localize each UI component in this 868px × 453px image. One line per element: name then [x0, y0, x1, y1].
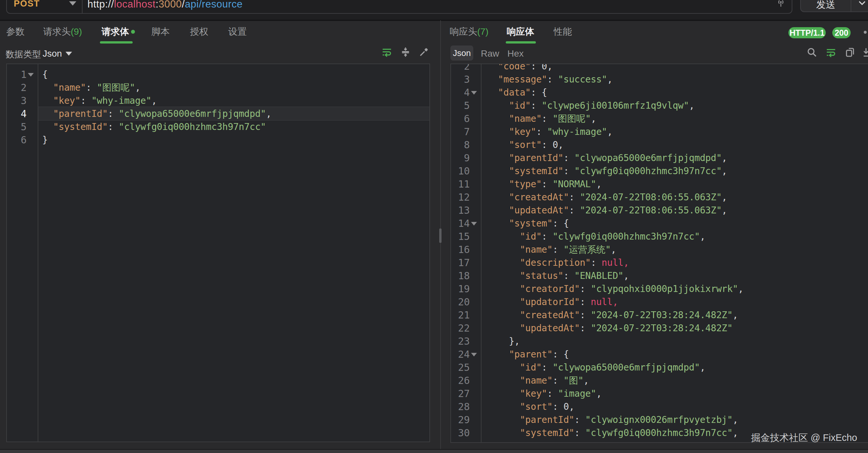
- copy-icon[interactable]: [844, 47, 856, 58]
- code-line: "id": "clywpe6ji00106mrfz1q9vlqw",: [482, 99, 868, 112]
- format-tab-json[interactable]: Json: [451, 45, 473, 61]
- request-tab[interactable]: 参数: [6, 26, 25, 38]
- api-client-window: POST http://localhost:3000/api/resource …: [0, 0, 868, 453]
- code-line: "id": "clywopa65000e6mrfjpjqmdpd",: [482, 361, 868, 374]
- url-part-plain: http://: [88, 0, 114, 10]
- fold-arrow-icon[interactable]: [471, 91, 477, 95]
- line-number: 26: [451, 374, 481, 387]
- format-tab-hex[interactable]: Hex: [507, 48, 524, 59]
- line-number: 8: [451, 138, 481, 152]
- broadcast-icon[interactable]: [776, 0, 786, 8]
- code-line: "data": {: [482, 86, 868, 99]
- code-line: "updatedAt": "2024-07-22T03:28:24.482Z": [482, 322, 868, 335]
- code-line: "message": "success",: [482, 73, 868, 86]
- line-number: 28: [451, 400, 481, 413]
- request-tab[interactable]: 请求头(9): [43, 26, 82, 38]
- download-icon[interactable]: [863, 47, 868, 58]
- response-tab[interactable]: 响应头(7): [450, 26, 488, 38]
- line-number: 5: [451, 99, 481, 112]
- tab-count-badge: (7): [477, 27, 488, 37]
- datatype-caret-icon[interactable]: [65, 52, 72, 56]
- more-options-icon[interactable]: [864, 31, 868, 34]
- code-line: },: [482, 335, 868, 348]
- line-number: 3: [7, 94, 38, 107]
- word-wrap-icon[interactable]: [381, 46, 393, 58]
- bottom-status-bar: [0, 449, 868, 453]
- code-line: "code": 0,: [482, 64, 868, 73]
- line-number-gutter: 2345678910111213141516171819202122232425…: [451, 64, 482, 442]
- line-number-gutter: 123456: [7, 64, 38, 442]
- code-line: "name": "运营系统",: [482, 243, 868, 256]
- active-tab-underline: [506, 41, 536, 43]
- fold-arrow-icon[interactable]: [471, 353, 477, 356]
- code-line: "updatedAt": "2024-07-22T08:06:55.063Z",: [482, 204, 868, 217]
- line-number: 6: [451, 112, 481, 125]
- line-number: 18: [451, 269, 481, 283]
- request-tab[interactable]: 脚本: [151, 26, 170, 38]
- code-line: "key": "why-image",: [482, 125, 868, 138]
- request-body-editor[interactable]: 123456{ "name": "图图呢", "key": "why-image…: [6, 64, 430, 442]
- code-line: "systemId": "clywfg0iq000hzhmc3h97n7cc": [38, 121, 429, 134]
- url-part-port: 3000: [158, 0, 182, 10]
- search-icon[interactable]: [806, 47, 817, 58]
- method-caret-icon[interactable]: [69, 1, 76, 6]
- code-line: "name": "图图呢",: [38, 81, 429, 94]
- send-options-chevron-icon[interactable]: [857, 0, 867, 8]
- code-line: "name": "图",: [482, 374, 868, 387]
- code-line: "createdAt": "2024-07-22T03:28:24.482Z",: [482, 309, 868, 322]
- request-tab[interactable]: 授权: [190, 26, 208, 38]
- line-number: 2: [7, 81, 38, 94]
- line-number: 9: [451, 152, 481, 165]
- datatype-label: 数据类型: [6, 48, 41, 60]
- line-number: 29: [451, 413, 481, 426]
- panel-divider-handle[interactable]: [439, 228, 441, 243]
- code-line: }: [38, 134, 429, 147]
- line-number: 15: [451, 230, 481, 243]
- code-line: "sort": 0,: [482, 400, 868, 413]
- code-line: "description": null,: [482, 256, 868, 269]
- line-number: 14: [451, 217, 481, 230]
- code-line: {: [38, 68, 429, 81]
- active-tab-underline: [100, 41, 133, 43]
- code-line: "status": "ENABLED",: [482, 269, 868, 283]
- line-number: 23: [451, 335, 481, 348]
- format-tab-raw[interactable]: Raw: [481, 48, 499, 59]
- line-number: 10: [451, 165, 481, 178]
- code-line: "name": "图图呢",: [482, 112, 868, 125]
- response-tab[interactable]: 响应体: [507, 26, 534, 38]
- response-tab[interactable]: 性能: [554, 26, 572, 38]
- fold-arrow-icon[interactable]: [28, 73, 34, 76]
- line-number: 30: [451, 426, 481, 440]
- datatype-select[interactable]: Json: [42, 48, 62, 59]
- url-part-plain: /: [182, 0, 185, 10]
- code-line: "type": "NORMAL",: [482, 178, 868, 191]
- line-number: 21: [451, 309, 481, 322]
- code-line: "createdAt": "2024-07-22T08:06:55.063Z",: [482, 191, 868, 204]
- response-body-viewer[interactable]: 2345678910111213141516171819202122232425…: [451, 64, 868, 443]
- line-number: 19: [451, 283, 481, 296]
- request-tab[interactable]: 设置: [228, 26, 247, 38]
- method-select[interactable]: POST: [14, 0, 40, 9]
- code-line: "parentId": "clywoignx00026mrfpvyetzbj",: [482, 413, 868, 426]
- line-number: 6: [7, 134, 38, 147]
- code-line: "parent": {: [482, 348, 868, 361]
- method-url-divider: [82, 0, 83, 14]
- line-number: 2: [451, 64, 481, 73]
- word-wrap-icon[interactable]: [826, 47, 837, 58]
- url-input[interactable]: http://localhost:3000/api/resource: [88, 0, 243, 10]
- send-split-divider: [850, 0, 851, 12]
- line-number: 1: [7, 68, 38, 81]
- line-number: 11: [451, 178, 481, 191]
- fold-arrow-icon[interactable]: [471, 222, 477, 226]
- line-number: 12: [451, 191, 481, 204]
- request-tab[interactable]: 请求体: [101, 26, 129, 38]
- line-number: 7: [451, 125, 481, 138]
- send-button-label[interactable]: 发送: [816, 0, 835, 11]
- line-number: 27: [451, 387, 481, 400]
- code-line: "sort": 0,: [482, 138, 868, 152]
- format-wand-icon[interactable]: [418, 46, 429, 58]
- tab-count-badge: (9): [71, 27, 82, 37]
- line-number: 20: [451, 296, 481, 309]
- line-number: 5: [7, 121, 38, 134]
- collapse-lines-icon[interactable]: [400, 46, 411, 58]
